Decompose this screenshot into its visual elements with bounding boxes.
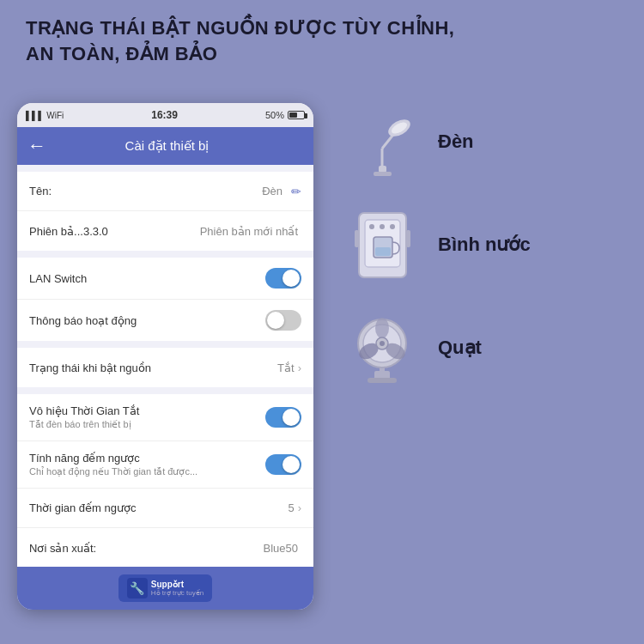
svg-rect-1: [374, 172, 392, 176]
svg-point-24: [380, 341, 385, 346]
value-noisanxuat: Blue50: [264, 542, 298, 555]
fan-icon: [343, 309, 421, 386]
toggle-tinhnang[interactable]: [265, 454, 301, 475]
toggle-thongbao[interactable]: [265, 310, 301, 331]
row-thongbao[interactable]: Thông báo hoạt động: [17, 300, 313, 341]
header-title: TRẠNG THÁI BẬT NGUỒN ĐƯỢC TÙY CHỈNH, AN …: [26, 15, 618, 66]
label-ten: Tên:: [29, 185, 262, 197]
header-line1: TRẠNG THÁI BẬT NGUỒN ĐƯỢC TÙY CHỈNH,: [26, 17, 454, 39]
svg-point-8: [369, 224, 374, 229]
label-thongbao: Thông báo hoạt động: [29, 314, 265, 327]
row-vohieu[interactable]: Vô hiệu Thời Gian Tắt Tắt đèn báo trên t…: [17, 394, 313, 441]
svg-point-20: [375, 318, 389, 338]
status-time: 16:39: [151, 109, 178, 121]
nav-title: Cài đặt thiết bị: [57, 138, 277, 154]
nav-bar: ← Cài đặt thiết bị: [17, 127, 313, 165]
group-advanced: Vô hiệu Thời Gian Tắt Tắt đèn báo trên t…: [17, 394, 313, 567]
svg-rect-16: [368, 378, 397, 383]
status-bar: ▌▌▌ WiFi 16:39 50%: [17, 103, 313, 127]
sublabel-vohieu: Tắt đèn báo trên thiết bị: [29, 419, 265, 430]
svg-point-10: [390, 224, 395, 229]
svg-point-9: [380, 224, 385, 229]
status-right: 50%: [265, 110, 305, 120]
row-phienban: Phiên bả...3.3.0 Phiên bản mới nhất: [17, 211, 313, 251]
fan-icon-wrap: [343, 309, 421, 386]
value-thoigian: 5: [288, 501, 294, 514]
label-tinhnang: Tính năng đếm ngược: [29, 452, 265, 465]
value-ten: Đèn: [262, 185, 283, 197]
toggle-lan-switch[interactable]: [265, 268, 301, 289]
support-label: Suppǒrt: [151, 580, 204, 589]
device-den-label: Đèn: [438, 131, 474, 153]
group-power: Trạng thái khi bật nguồn Tắt ›: [17, 348, 313, 387]
phone-mockup: ▌▌▌ WiFi 16:39 50% ← Cài đặt thiết bị Tê…: [17, 103, 313, 610]
support-badge: 🔧 Suppǒrt Hỗ trợ trực tuyến: [118, 574, 212, 602]
svg-rect-0: [379, 166, 386, 173]
sublabel-tinhnang: Chỉ hoạt động nếu Thời gian tắt được...: [29, 466, 265, 477]
settings-content: Tên: Đèn ✏ Phiên bả...3.3.0 Phiên bản mớ…: [17, 165, 313, 567]
row-ten[interactable]: Tên: Đèn ✏: [17, 172, 313, 211]
device-binhnuoc: Bình nước: [343, 206, 627, 283]
label-thoigian: Thời gian đếm ngược: [29, 501, 288, 514]
svg-rect-14: [355, 230, 359, 247]
svg-rect-13: [406, 230, 410, 247]
lamp-icon: [346, 106, 419, 179]
battery-icon: [288, 111, 305, 119]
device-binhnuoc-label: Bình nước: [438, 234, 531, 256]
device-quat-label: Quạt: [438, 337, 482, 359]
label-noisanxuat: Nơi sản xuất:: [29, 542, 264, 555]
wifi-icon: WiFi: [46, 111, 64, 120]
row-thoigian[interactable]: Thời gian đếm ngược 5 ›: [17, 489, 313, 528]
status-left: ▌▌▌ WiFi: [26, 111, 64, 120]
lamp-icon-wrap: [343, 103, 421, 180]
row-noisanxuat: Nơi sản xuất: Blue50: [17, 528, 313, 567]
chevron-trangthai-icon: ›: [298, 361, 301, 374]
device-den: Đèn: [343, 103, 627, 180]
toggle-vohieu[interactable]: [265, 407, 301, 428]
device-quat: Quạt: [343, 309, 627, 386]
label-trangthai: Trạng thái khi bật nguồn: [29, 361, 277, 374]
back-button[interactable]: ←: [27, 135, 46, 157]
value-phienban: Phiên bản mới nhất: [200, 225, 298, 238]
row-trangthai[interactable]: Trạng thái khi bật nguồn Tắt ›: [17, 348, 313, 387]
right-panel: Đèn Bình nước: [343, 103, 627, 386]
value-trangthai: Tắt: [277, 361, 295, 374]
header-line2: AN TOÀN, ĐẢM BẢO: [26, 43, 217, 64]
label-lan-switch: LAN Switch: [29, 272, 265, 285]
edit-icon[interactable]: ✏: [291, 185, 301, 198]
bottom-bar: 🔧 Suppǒrt Hỗ trợ trực tuyến: [17, 567, 313, 610]
svg-rect-12: [375, 247, 391, 256]
chevron-thoigian-icon: ›: [298, 501, 301, 514]
label-phienban: Phiên bả...3.3.0: [29, 225, 200, 238]
group-switches: LAN Switch Thông báo hoạt động: [17, 258, 313, 341]
row-lan-switch[interactable]: LAN Switch: [17, 258, 313, 300]
water-heater-icon: [346, 204, 419, 286]
signal-icon: ▌▌▌: [26, 111, 44, 120]
label-vohieu: Vô hiệu Thời Gian Tắt: [29, 404, 265, 417]
battery-label: 50%: [265, 110, 284, 120]
support-icon: 🔧: [127, 578, 148, 598]
water-heater-icon-wrap: [343, 206, 421, 283]
group-info: Tên: Đèn ✏ Phiên bả...3.3.0 Phiên bản mớ…: [17, 172, 313, 251]
row-tinhnang[interactable]: Tính năng đếm ngược Chỉ hoạt động nếu Th…: [17, 441, 313, 489]
